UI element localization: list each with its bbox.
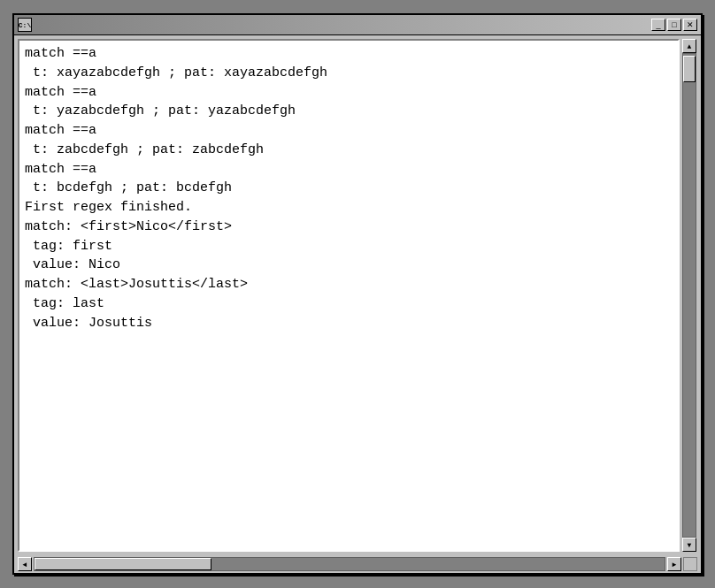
terminal-line: tag: first	[25, 237, 673, 256]
scroll-thumb-h[interactable]	[35, 558, 211, 570]
terminal-line: match ==a	[25, 160, 673, 179]
terminal-line: t: xayazabcdefgh ; pat: xayazabcdefgh	[25, 64, 673, 83]
terminal-line: match ==a	[25, 44, 673, 64]
main-window: C:\ _ □ ✕ match ==a t: xayazabcdefgh ; p…	[12, 13, 703, 575]
terminal-line: t: zabcdefgh ; pat: zabcdefgh	[25, 141, 673, 160]
scroll-right-button[interactable]: ►	[667, 557, 681, 571]
minimize-button[interactable]: _	[651, 19, 665, 31]
scroll-thumb-v[interactable]	[683, 56, 696, 82]
terminal-line: match: <last>Josuttis</last>	[25, 275, 673, 294]
terminal-line: value: Nico	[25, 256, 673, 275]
scroll-left-button[interactable]: ◄	[18, 557, 32, 571]
terminal-line: tag: last	[25, 294, 673, 314]
scrollbar-corner	[683, 557, 697, 571]
terminal-output: match ==a t: xayazabcdefgh ; pat: xayaza…	[18, 39, 680, 552]
close-button[interactable]: ✕	[683, 19, 697, 31]
terminal-line: t: bcdefgh ; pat: bcdefgh	[25, 179, 673, 198]
vertical-scrollbar: ▲ ▼	[681, 39, 697, 552]
scroll-down-button[interactable]: ▼	[682, 538, 696, 552]
terminal-line: First regex finished.	[25, 198, 673, 218]
title-bar-left: C:\	[18, 18, 32, 32]
content-area: match ==a t: xayazabcdefgh ; pat: xayaza…	[14, 35, 701, 555]
terminal-line: match ==a	[25, 121, 673, 141]
terminal-line: match ==a	[25, 83, 673, 103]
title-buttons: _ □ ✕	[651, 19, 697, 31]
title-bar: C:\ _ □ ✕	[14, 15, 701, 35]
scroll-track-h[interactable]	[34, 557, 665, 571]
horizontal-scrollbar-bar: ◄ ►	[14, 555, 701, 573]
window-icon: C:\	[18, 18, 32, 32]
scroll-up-button[interactable]: ▲	[682, 39, 696, 53]
terminal-line: t: yazabcdefgh ; pat: yazabcdefgh	[25, 102, 673, 121]
terminal-line: value: Josuttis	[25, 314, 673, 333]
terminal-line: match: <first>Nico</first>	[25, 218, 673, 237]
maximize-button[interactable]: □	[667, 19, 681, 31]
scroll-track-v[interactable]	[682, 53, 696, 538]
